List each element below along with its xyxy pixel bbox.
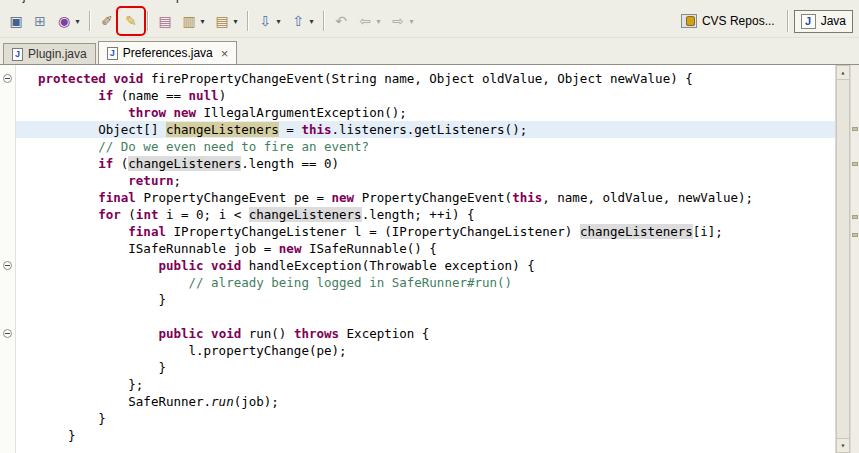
back-button[interactable]: ⇦▾: [353, 9, 386, 33]
tab-close-icon[interactable]: ×: [221, 47, 229, 60]
last-edit-location-button[interactable]: ↶: [329, 9, 353, 33]
previous-annotation-button[interactable]: ⇧▾: [286, 9, 319, 33]
java-file-icon: J: [12, 48, 23, 61]
editor-tab-bar: JPlugin.javaJPreferences.java×: [0, 38, 859, 65]
main-toolbar: ▣⊞◉▾✐✎▤▥▾▤▾⇩▾⇧▾↶⇦▾⇨▾ CVS Repos... J Java: [0, 5, 859, 38]
menubar-text: Project Run Window Help: [0, 0, 859, 3]
toolbar-separator: [247, 11, 249, 31]
code-line: SafeRunner.run(job);: [16, 393, 835, 410]
new-wizard-icon: ▣: [7, 12, 25, 30]
new-folder-button[interactable]: ▥▾: [177, 9, 210, 33]
scrollbar-thumb[interactable]: [836, 80, 850, 438]
code-line: }: [16, 359, 835, 376]
dropdown-arrow-icon[interactable]: ▾: [198, 17, 207, 26]
ruler-row: [0, 342, 15, 359]
occurrence-mark[interactable]: [852, 127, 858, 131]
next-annotation-button[interactable]: ⇩▾: [253, 9, 286, 33]
scroll-up-button[interactable]: ▴: [836, 65, 850, 80]
last-edit-location-icon: ↶: [332, 12, 350, 30]
open-type-button[interactable]: ▤: [153, 9, 177, 33]
perspective-bar: CVS Repos... J Java: [674, 10, 853, 33]
code-line: protected void firePropertyChangeEvent(S…: [16, 70, 835, 87]
code-line: }: [16, 427, 835, 444]
toolbar-separator: [323, 11, 325, 31]
tab-label: Plugin.java: [28, 47, 87, 61]
code-line: Object[] changeListeners = this.listener…: [16, 121, 835, 138]
ruler-row: [0, 87, 15, 104]
mark-occurrences-icon: ✎: [122, 12, 140, 30]
ruler-row: [0, 121, 15, 138]
folding-ruler: [0, 65, 16, 453]
cvs-repository-perspective-button[interactable]: CVS Repos...: [674, 10, 782, 32]
ruler-row: [0, 393, 15, 410]
fold-collapse-icon[interactable]: [3, 329, 12, 338]
forward-button[interactable]: ⇨▾: [386, 9, 419, 33]
mark-occurrences-button[interactable]: ✎: [119, 9, 143, 33]
ruler-row: [0, 410, 15, 427]
ruler-row: [0, 223, 15, 240]
forward-icon: ⇨: [389, 12, 407, 30]
eclipse-window: Project Run Window Help ▣⊞◉▾✐✎▤▥▾▤▾⇩▾⇧▾↶…: [0, 0, 859, 453]
dropdown-arrow-icon[interactable]: ▾: [374, 17, 383, 26]
code-line: }: [16, 291, 835, 308]
ruler-row: [0, 257, 15, 274]
code-line: public void handleException(Throwable ex…: [16, 257, 835, 274]
perspective-separator: [787, 10, 789, 32]
ruler-row: [0, 291, 15, 308]
code-line: ISafeRunnable job = new ISafeRunnable() …: [16, 240, 835, 257]
java-editor-button[interactable]: ✐: [95, 9, 119, 33]
ruler-row: [0, 155, 15, 172]
ruler-row: [0, 376, 15, 393]
code-line: // Do we even need to fire an event?: [16, 138, 835, 155]
tab-label: Preferences.java: [123, 46, 213, 60]
code-line: if (changeListeners.length == 0): [16, 155, 835, 172]
java-perspective-icon: J: [801, 14, 816, 29]
next-annotation-icon: ⇩: [256, 12, 274, 30]
external-tools-icon: ◉: [55, 12, 73, 30]
open-type-icon: ▤: [156, 12, 174, 30]
new-wizard-button[interactable]: ▣: [4, 9, 28, 33]
dropdown-arrow-icon[interactable]: ▾: [274, 17, 283, 26]
occurrence-mark[interactable]: [852, 233, 858, 237]
code-line: l.propertyChange(pe);: [16, 342, 835, 359]
java-perspective-label: Java: [821, 14, 846, 28]
fold-collapse-icon[interactable]: [3, 261, 12, 270]
ruler-row: [0, 325, 15, 342]
fold-collapse-icon[interactable]: [3, 74, 12, 83]
dropdown-arrow-icon[interactable]: ▾: [407, 17, 416, 26]
previous-annotation-icon: ⇧: [289, 12, 307, 30]
back-icon: ⇦: [356, 12, 374, 30]
code-line: [16, 308, 835, 325]
java-file-icon: J: [107, 47, 118, 60]
open-resource-button[interactable]: ▤▾: [210, 9, 243, 33]
java-editor-icon: ✐: [98, 12, 116, 30]
dropdown-arrow-icon[interactable]: ▾: [307, 17, 316, 26]
ruler-row: [0, 308, 15, 325]
ruler-row: [0, 189, 15, 206]
editor-tab-plugin-java[interactable]: JPlugin.java: [3, 43, 96, 64]
ruler-row: [0, 70, 15, 87]
dropdown-arrow-icon[interactable]: ▾: [73, 17, 82, 26]
code-line: // already being logged in SafeRunner#ru…: [16, 274, 835, 291]
occurrence-mark[interactable]: [852, 215, 858, 219]
toolbar-button-group: ▣⊞◉▾✐✎▤▥▾▤▾⇩▾⇧▾↶⇦▾⇨▾: [4, 7, 419, 35]
external-tools-button[interactable]: ◉▾: [52, 9, 85, 33]
scroll-down-button[interactable]: ▾: [836, 438, 850, 453]
vertical-scrollbar[interactable]: ▴ ▾: [835, 65, 850, 453]
dropdown-arrow-icon[interactable]: ▾: [231, 17, 240, 26]
ruler-row: [0, 206, 15, 223]
ruler-row: [0, 240, 15, 257]
ruler-row: [0, 359, 15, 376]
ruler-row: [0, 104, 15, 121]
occurrence-mark[interactable]: [852, 162, 858, 166]
ruler-row: [0, 427, 15, 444]
ruler-row: [0, 274, 15, 291]
editor-content[interactable]: protected void firePropertyChangeEvent(S…: [16, 65, 835, 453]
code-editor: protected void firePropertyChangeEvent(S…: [0, 65, 859, 453]
editor-tab-preferences-java[interactable]: JPreferences.java×: [98, 41, 238, 64]
save-button[interactable]: ⊞: [28, 9, 52, 33]
overview-ruler: [850, 65, 859, 453]
java-perspective-button[interactable]: J Java: [794, 10, 853, 33]
cvs-repository-icon: [681, 14, 697, 28]
code-line: final PropertyChangeEvent pe = new Prope…: [16, 189, 835, 206]
